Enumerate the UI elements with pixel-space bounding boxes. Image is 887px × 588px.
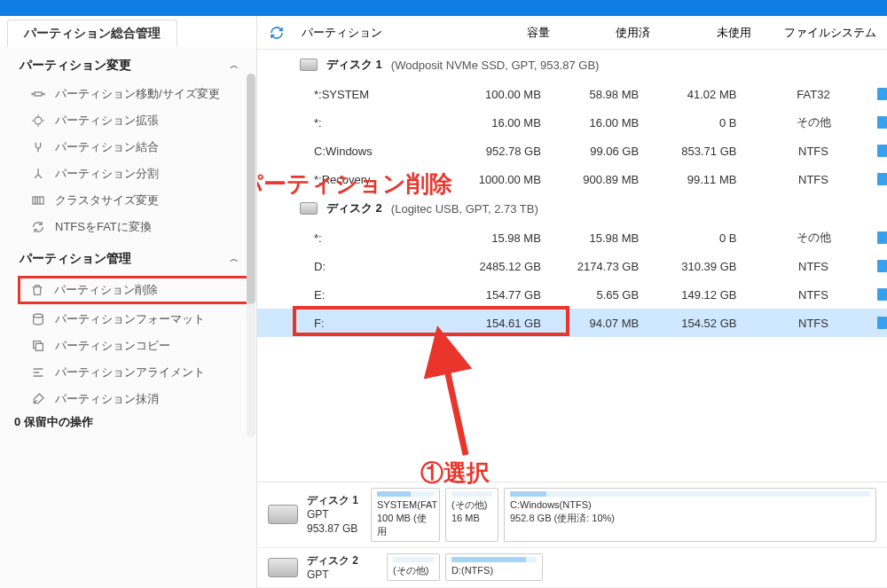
sidebar-item-label: パーティションコピー — [55, 338, 170, 354]
col-size[interactable]: 容量 — [471, 25, 572, 41]
svg-point-1 — [35, 117, 42, 124]
align-icon — [30, 365, 46, 380]
sidebar-item-move-resize[interactable]: パーティション移動/サイズ変更 — [0, 81, 256, 107]
arrow-icon — [435, 353, 488, 459]
partition-row[interactable]: C:Windows 952.78 GB 99.06 GB 853.71 GB N… — [257, 137, 887, 165]
sidebar-item-label: パーティション削除 — [54, 282, 158, 298]
cell-unused: 149.12 GB — [661, 288, 758, 302]
section-title: パーティション変更 — [20, 58, 131, 74]
cell-unused: 310.39 GB — [661, 260, 758, 273]
section-header-manage[interactable]: パーティション管理 ︿ — [0, 240, 256, 274]
color-flag — [877, 116, 887, 129]
disk-map[interactable]: ディスク 1GPT953.87 GB SYSTEM(FAT100 MB (使用 … — [257, 482, 887, 548]
section-title: パーティション管理 — [20, 251, 131, 267]
cell-unused: 99.11 MB — [661, 173, 758, 186]
sidebar-item-label: パーティション抹消 — [55, 391, 159, 407]
sidebar-item-label: パーティション移動/サイズ変更 — [55, 86, 220, 102]
col-filesystem[interactable]: ファイルシステム — [773, 25, 887, 41]
cell-used: 5.65 GB — [563, 288, 661, 302]
refresh-icon[interactable] — [257, 26, 296, 40]
tab-partition-mgr[interactable]: パーティション総合管理 — [7, 20, 177, 47]
color-flag — [877, 317, 887, 329]
partition-row[interactable]: *: 15.98 MB 15.98 MB 0 B その他 — [257, 223, 887, 252]
disk-title: ディスク 2 — [326, 200, 382, 216]
sidebar-item-split[interactable]: パーティション分割 — [0, 161, 256, 187]
disk-desc: (Logitec USB, GPT, 2.73 TB) — [391, 202, 538, 216]
cell-fs: NTFS — [758, 317, 867, 330]
cell-name: *: — [296, 231, 466, 245]
sidebar-item-format[interactable]: パーティションフォーマット — [0, 306, 256, 333]
sidebar-item-delete[interactable]: パーティション削除 — [18, 276, 251, 304]
disk-icon — [300, 59, 318, 71]
color-flag — [877, 145, 887, 157]
cell-name: E: — [296, 288, 466, 302]
partition-row[interactable]: F: 154.61 GB 94.07 MB 154.52 GB NTFS — [257, 309, 887, 337]
sidebar-item-copy[interactable]: パーティションコピー — [0, 333, 256, 359]
sidebar-item-align[interactable]: パーティションアライメント — [0, 359, 256, 386]
disk-icon — [268, 505, 298, 524]
cell-size: 2485.12 GB — [466, 260, 563, 273]
chevron-up-icon: ︿ — [230, 253, 239, 265]
disk-map[interactable]: ディスク 2GPT (その他) D:(NTFS) — [257, 548, 887, 588]
cell-fs: その他 — [758, 114, 867, 130]
svg-rect-0 — [35, 92, 42, 96]
cell-fs: NTFS — [758, 145, 867, 158]
chevron-up-icon: ︿ — [230, 59, 239, 72]
color-flag — [877, 288, 887, 301]
sidebar-item-label: パーティション分割 — [55, 166, 159, 182]
cell-unused: 0 B — [661, 231, 758, 245]
disk-header[interactable]: ディスク 1 (Wodposit NVMe SSD, GPT, 953.87 G… — [257, 50, 887, 80]
svg-point-3 — [34, 314, 43, 318]
sidebar-item-label: パーティションフォーマット — [55, 311, 205, 327]
disk-map-meta: ディスク 2GPT — [307, 553, 378, 582]
partition-row[interactable]: *: 16.00 MB 16.00 MB 0 B その他 — [257, 108, 887, 137]
sidebar-item-wipe[interactable]: パーティション抹消 — [0, 386, 256, 412]
column-header: パーティション 容量 使用済 未使用 ファイルシステム — [257, 16, 887, 50]
cell-used: 900.89 MB — [563, 173, 661, 186]
cell-unused: 41.02 MB — [661, 88, 758, 101]
section-header-change[interactable]: パーティション変更 ︿ — [0, 47, 256, 81]
pending-label: 0 保留中の操作 — [0, 412, 256, 430]
map-segment[interactable]: D:(NTFS) — [445, 553, 543, 581]
sidebar-item-label: パーティションアライメント — [55, 365, 205, 380]
disk-title: ディスク 1 — [326, 57, 382, 73]
color-flag — [877, 173, 887, 185]
map-segment[interactable]: C:Windows(NTFS)952.8 GB (使用済: 10%) — [504, 488, 876, 542]
extend-icon — [30, 113, 46, 129]
partition-row[interactable]: D: 2485.12 GB 2174.73 GB 310.39 GB NTFS — [257, 252, 887, 280]
cell-size: 1000.00 MB — [466, 173, 563, 186]
sidebar-item-merge[interactable]: パーティション結合 — [0, 134, 256, 161]
map-segment[interactable]: (その他) — [387, 553, 440, 581]
col-unused[interactable]: 未使用 — [672, 25, 773, 41]
map-segment[interactable]: (その他)16 MB — [445, 488, 498, 542]
col-partition[interactable]: パーティション — [296, 25, 471, 41]
disk-map-meta: ディスク 1GPT953.87 GB — [307, 493, 362, 537]
disk-header[interactable]: ディスク 2 (Logitec USB, GPT, 2.73 TB) — [257, 193, 887, 223]
cell-fs: NTFS — [758, 288, 867, 302]
sidebar-item-ntfs-to-fat[interactable]: NTFSをFATに変換 — [0, 214, 256, 240]
sidebar-scrollbar[interactable] — [247, 74, 255, 437]
svg-rect-4 — [35, 343, 43, 350]
map-segment[interactable]: SYSTEM(FAT100 MB (使用 — [371, 488, 440, 542]
cell-name: C:Windows — [296, 145, 466, 158]
sidebar-item-label: NTFSをFATに変換 — [55, 219, 152, 235]
cell-fs: NTFS — [758, 173, 867, 186]
partition-row[interactable]: *:Recovery 1000.00 MB 900.89 MB 99.11 MB… — [257, 165, 887, 193]
delete-icon — [29, 282, 45, 298]
cell-name: *:Recovery — [296, 173, 466, 186]
cell-size: 15.98 MB — [466, 231, 563, 245]
col-used[interactable]: 使用済 — [572, 25, 673, 41]
cell-size: 16.00 MB — [466, 116, 563, 129]
partition-row[interactable]: *:SYSTEM 100.00 MB 58.98 MB 41.02 MB FAT… — [257, 80, 887, 108]
copy-icon — [30, 338, 46, 354]
cell-name: *:SYSTEM — [296, 88, 466, 101]
sidebar-item-label: パーティション拡張 — [55, 113, 159, 129]
sidebar-item-extend[interactable]: パーティション拡張 — [0, 107, 256, 134]
cell-size: 100.00 MB — [466, 88, 563, 101]
partition-row[interactable]: E: 154.77 GB 5.65 GB 149.12 GB NTFS — [257, 280, 887, 309]
cell-size: 154.77 GB — [466, 288, 563, 302]
cell-unused: 154.52 GB — [661, 317, 758, 330]
sidebar-item-cluster-size[interactable]: クラスタサイズ変更 — [0, 187, 256, 214]
sidebar: パーティション総合管理 パーティション変更 ︿ パーティション移動/サイズ変更パ… — [0, 16, 257, 588]
wipe-icon — [30, 391, 46, 407]
